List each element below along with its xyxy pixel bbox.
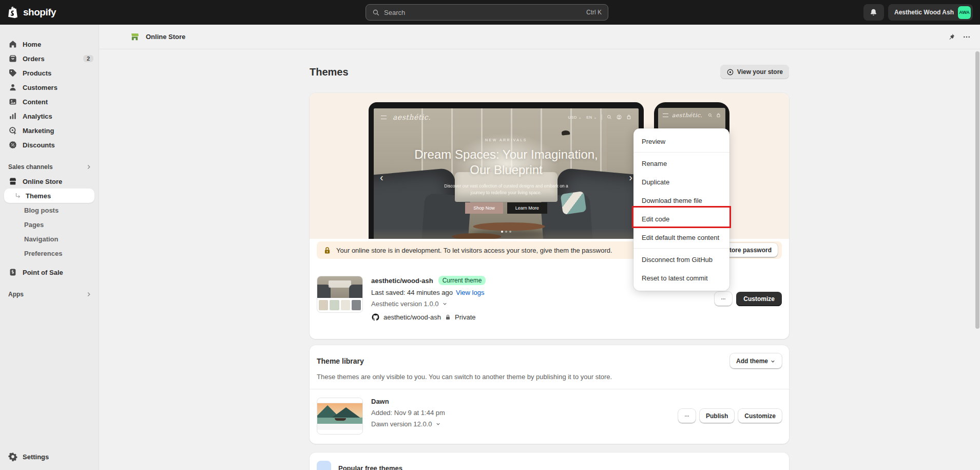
dawn-theme-row: Dawn Added: Nov 9 at 1:44 pm Dawn versio…	[317, 389, 782, 435]
dawn-actions-button[interactable]	[678, 409, 696, 423]
person-icon	[8, 83, 17, 92]
preview-account-icon	[617, 115, 622, 120]
store-name: Aesthetic Wood Ash	[894, 9, 954, 16]
sidebar-item-navigation[interactable]: Navigation	[0, 232, 99, 246]
popular-themes-icon	[317, 461, 331, 470]
more-options-icon[interactable]	[963, 33, 971, 41]
chevron-down-icon	[770, 359, 776, 364]
bell-icon	[869, 8, 878, 17]
customize-button[interactable]: Customize	[736, 292, 782, 306]
banner-text: Your online store is in development. To …	[336, 247, 612, 254]
chevron-right-icon	[85, 163, 92, 171]
hero-heading: Dream Spaces: Your Imagination, Our Blue…	[374, 147, 639, 178]
hero-subtext: Discover our vast collection of curated …	[437, 183, 575, 196]
sidebar-item-point-of-sale[interactable]: Point of Sale	[0, 265, 99, 279]
dawn-version-text: Dawn version 12.0.0	[371, 420, 432, 428]
shopify-logo[interactable]: shopify	[8, 6, 56, 18]
menu-item-edit-default-theme-content[interactable]: Edit default theme content	[633, 228, 729, 247]
storefront-icon	[8, 177, 17, 186]
search-shortcut: Ctrl K	[586, 9, 602, 16]
add-theme-button[interactable]: Add theme	[730, 353, 782, 369]
scrollbar[interactable]	[975, 50, 980, 470]
carousel-next-arrow: ›	[629, 172, 632, 183]
content-icon	[8, 97, 17, 106]
preview-site-nav: aesthétic. USD ⌄ EN ⌄	[374, 108, 639, 126]
current-theme-name: aesthetic/wood-ash	[371, 277, 433, 285]
hamburger-icon	[381, 116, 387, 119]
sidebar-item-content[interactable]: Content	[0, 95, 99, 109]
sidebar: Home Orders 2 Products Customers Content…	[0, 25, 99, 470]
sidebar-item-home[interactable]: Home	[0, 37, 99, 51]
learn-more-button: Learn More	[507, 202, 547, 214]
tag-icon	[8, 68, 17, 78]
private-lock-icon	[445, 314, 451, 321]
preview-search-icon	[607, 115, 612, 120]
gear-icon	[8, 452, 17, 461]
menu-item-preview[interactable]: Preview	[633, 132, 729, 151]
dawn-customize-button[interactable]: Customize	[738, 409, 782, 423]
search-placeholder: Search	[384, 9, 582, 16]
sidebar-item-analytics[interactable]: Analytics	[0, 109, 99, 123]
publish-button[interactable]: Publish	[700, 409, 734, 423]
menu-item-reset-to-latest-commit[interactable]: Reset to latest commit	[633, 269, 729, 287]
chevron-right-icon	[85, 291, 92, 298]
desktop-preview: aesthétic. USD ⌄ EN ⌄	[369, 102, 644, 239]
sidebar-item-products[interactable]: Products	[0, 66, 99, 80]
breadcrumb: Online Store	[130, 32, 185, 42]
online-store-green-icon	[130, 32, 140, 42]
menu-item-download-theme-file[interactable]: Download theme file	[633, 191, 729, 210]
pos-icon	[8, 268, 17, 277]
current-theme-thumbnail	[317, 276, 363, 313]
chevron-down-icon[interactable]	[442, 301, 448, 307]
sidebar-item-preferences[interactable]: Preferences	[0, 246, 99, 260]
chevron-down-icon[interactable]	[435, 421, 441, 427]
carousel-dots	[501, 231, 511, 233]
sidebar-item-blog-posts[interactable]: Blog posts	[0, 203, 99, 217]
orders-icon	[8, 54, 17, 63]
sidebar-item-marketing[interactable]: Marketing	[0, 123, 99, 138]
search-input[interactable]: Search Ctrl K	[366, 4, 608, 21]
shop-now-button: Shop Now	[465, 202, 503, 214]
theme-library-card: Theme library Add theme These themes are…	[310, 345, 789, 444]
sidebar-section-sales-channels[interactable]: Sales channels	[0, 160, 99, 174]
currency-selector: USD ⌄	[568, 115, 582, 120]
view-your-store-button[interactable]: View your store	[720, 65, 789, 79]
menu-item-duplicate[interactable]: Duplicate	[633, 173, 729, 191]
orders-count-badge: 2	[83, 55, 93, 62]
sidebar-item-discounts[interactable]: Discounts	[0, 138, 99, 152]
sidebar-section-apps[interactable]: Apps	[0, 287, 99, 302]
language-selector: EN ⌄	[586, 115, 597, 120]
scrollbar-thumb[interactable]	[975, 51, 979, 329]
sidebar-item-themes[interactable]: Themes	[4, 189, 94, 203]
arrow-bend-icon	[14, 192, 22, 199]
view-logs-link[interactable]: View logs	[456, 289, 484, 296]
sidebar-item-pages[interactable]: Pages	[0, 217, 99, 232]
target-icon	[8, 126, 17, 135]
notifications-button[interactable]	[863, 4, 884, 21]
dawn-thumbnail	[317, 398, 363, 435]
sidebar-item-orders[interactable]: Orders 2	[0, 51, 99, 66]
menu-item-edit-code[interactable]: Edit code	[633, 210, 729, 228]
store-menu-button[interactable]: Aesthetic Wood Ash AWA	[888, 4, 973, 21]
bar-chart-icon	[8, 111, 17, 121]
menu-item-rename[interactable]: Rename	[633, 154, 729, 173]
hamburger-icon	[663, 114, 668, 117]
content-area: Themes View your store	[99, 49, 980, 470]
pin-icon[interactable]	[947, 33, 955, 41]
dawn-added-text: Added: Nov 9 at 1:44 pm	[371, 409, 445, 417]
sidebar-item-online-store[interactable]: Online Store	[0, 174, 99, 189]
current-theme-actions-button[interactable]	[715, 292, 732, 306]
preview-hero: NEW ARRIVALS Dream Spaces: Your Imaginat…	[374, 138, 639, 214]
sidebar-item-customers[interactable]: Customers	[0, 80, 99, 95]
shopify-admin: shopify Search Ctrl K Aesthetic Wood Ash…	[0, 0, 980, 470]
search-icon	[372, 9, 380, 16]
carousel-prev-arrow: ‹	[380, 172, 383, 183]
popular-free-themes-card: Popular free themes	[310, 453, 789, 470]
avatar: AWA	[958, 6, 971, 19]
page-header: Online Store	[99, 25, 980, 49]
preview-site-logo: aesthétic.	[393, 113, 431, 121]
current-theme-badge: Current theme	[438, 276, 486, 285]
lock-icon	[323, 246, 332, 255]
menu-item-disconnect-from-github[interactable]: Disconnect from GitHub	[633, 250, 729, 269]
sidebar-item-settings[interactable]: Settings	[0, 449, 99, 464]
